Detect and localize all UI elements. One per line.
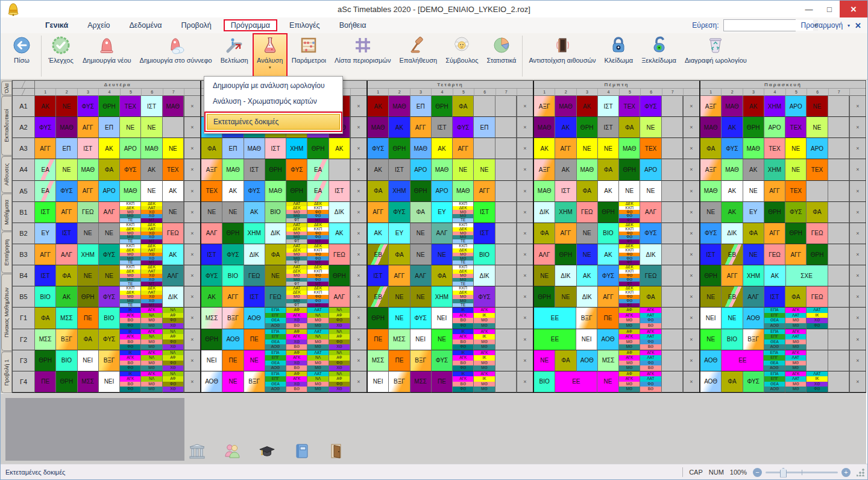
timetable-cell[interactable]: ΑΦΑΓΚΧΘΒΘ bbox=[286, 350, 307, 371]
clear-day-cell[interactable]: × bbox=[517, 329, 533, 350]
timetable-cell[interactable]: ΝΕ bbox=[410, 244, 432, 265]
timetable-cell[interactable]: ΝΕ bbox=[577, 138, 598, 159]
school-building-icon[interactable] bbox=[189, 443, 206, 459]
timetable-cell[interactable]: ΔΕΚΚΚΠΦΘΦΘΦΤ bbox=[619, 265, 640, 286]
timetable-cell[interactable]: ΑΡΟ bbox=[764, 117, 785, 138]
timetable-cell[interactable]: ΔΕΚΚΚΠΦΘΦΘΜΤ bbox=[307, 223, 329, 244]
clear-day-cell[interactable]: × bbox=[350, 371, 366, 393]
timetable-cell[interactable]: ΛΑΤΔΕΚΜΘΜΘΦΤ bbox=[286, 223, 307, 244]
clear-day-cell[interactable]: × bbox=[517, 202, 533, 223]
timetable-cell[interactable]: ΧΗΜ bbox=[743, 265, 764, 286]
timetable-cell[interactable] bbox=[495, 138, 517, 159]
timetable-cell[interactable]: ΒΙΟ bbox=[222, 265, 244, 286]
timetable-cell[interactable]: ΑΚ bbox=[329, 138, 350, 159]
timetable-cell[interactable]: ΚΚΠΔΕΚΜΘΜΘΤΕ bbox=[453, 265, 474, 286]
timetable-cell[interactable]: ΕΠΑΕΠΓΘΕΑΑΟΘ bbox=[764, 350, 785, 371]
timetable-cell[interactable]: ΑΦΑΓΚΜΘΜΘ bbox=[619, 308, 640, 329]
timetable-cell[interactable]: ΤΕΧ bbox=[785, 117, 807, 138]
timetable-cell[interactable]: ΝΕ bbox=[120, 117, 141, 138]
timetable-cell[interactable]: ΦΑ bbox=[453, 96, 474, 117]
timetable-cell[interactable] bbox=[662, 159, 683, 180]
clear-day-cell[interactable]: × bbox=[184, 244, 200, 265]
timetable-cell[interactable]: ΑΦΑΓΚΜΘΜΘ bbox=[619, 350, 640, 371]
timetable-cell[interactable] bbox=[828, 117, 849, 138]
timetable-cell[interactable]: ΝΕ bbox=[785, 159, 807, 180]
menu-tab-4[interactable]: Προβολή bbox=[174, 19, 219, 31]
customize-link[interactable]: Προσαρμογή bbox=[800, 21, 843, 30]
timetable-cell[interactable]: ΙΣΤ bbox=[764, 286, 785, 308]
timetable-cell[interactable]: ΒΙΟ bbox=[56, 350, 77, 371]
timetable-cell[interactable]: ΘΡΗ bbox=[764, 202, 785, 223]
timetable-cell[interactable]: ΝΕ bbox=[474, 159, 495, 180]
timetable-cell[interactable]: ΑΓΚΛΑΤΜΘΜΘ bbox=[785, 350, 807, 371]
clear-day-cell[interactable]: × bbox=[184, 329, 200, 350]
timetable-cell[interactable]: ΑΟΘ bbox=[222, 329, 244, 350]
timetable-cell[interactable]: ΦΥΣ bbox=[432, 350, 453, 371]
timetable-cell[interactable]: ΕΥ bbox=[35, 223, 56, 244]
timetable-cell[interactable]: ΕΠΑΕΠΓΘΕΑΑΟΘ bbox=[265, 329, 286, 350]
timetable-cell[interactable]: ΑΛΓ bbox=[410, 265, 432, 286]
ribbon-button-constraints-list[interactable]: Λίστα περιορισμών bbox=[330, 33, 395, 79]
timetable-cell[interactable]: ΒΞΓ bbox=[222, 308, 244, 329]
timetable-cell[interactable]: ΧΗΜ bbox=[764, 96, 785, 117]
clear-day-cell[interactable]: × bbox=[849, 350, 866, 371]
timetable-cell[interactable]: ΔΕΚΚΚΠΦΘΦΘΜΤ bbox=[307, 286, 329, 308]
timetable-cell[interactable]: ΔΙΚ bbox=[577, 286, 598, 308]
timetable-cell[interactable]: ΚΚΠΔΕΚΜΘΜΘΤΕ bbox=[120, 286, 141, 308]
timetable-cell[interactable]: ΔΙΚ bbox=[265, 223, 286, 244]
timetable-cell[interactable]: ΘΡΗ bbox=[222, 223, 244, 244]
clear-day-cell[interactable]: × bbox=[849, 308, 866, 329]
timetable-cell[interactable]: ΦΑ bbox=[555, 350, 576, 371]
timetable-cell[interactable]: ΔΕΚΚΚΠΦΘΦΘΜΤ bbox=[307, 244, 329, 265]
clear-day-cell[interactable]: × bbox=[849, 371, 866, 393]
timetable-cell[interactable]: ΓΕΩ bbox=[807, 286, 828, 308]
timetable-cell[interactable]: ΑΛΓ bbox=[201, 223, 222, 244]
timetable-cell[interactable]: ΑΚ bbox=[368, 96, 389, 117]
clear-day-cell[interactable]: × bbox=[683, 96, 699, 117]
timetable-cell[interactable] bbox=[828, 138, 849, 159]
timetable-cell[interactable]: ΜΑΘ bbox=[743, 138, 764, 159]
clear-day-cell[interactable]: × bbox=[517, 371, 533, 393]
timetable-cell[interactable]: ΦΥΣ bbox=[640, 96, 661, 117]
timetable-cell[interactable]: ΑΚ bbox=[555, 117, 576, 138]
timetable-cell[interactable]: ΙΚΑΓΚΒΘΦΘ bbox=[120, 371, 141, 393]
timetable-cell[interactable]: ΑΓΓ bbox=[598, 286, 619, 308]
clear-day-cell[interactable]: × bbox=[849, 117, 866, 138]
timetable-cell[interactable]: ΦΑ bbox=[99, 159, 120, 180]
timetable-cell[interactable]: ΘΡΗ bbox=[35, 350, 56, 371]
timetable-cell[interactable]: ΠΕ bbox=[432, 371, 453, 393]
timetable-cell[interactable]: ΑΓΓ bbox=[56, 202, 77, 223]
timetable-cell[interactable] bbox=[828, 286, 849, 308]
timetable-cell[interactable]: ΜΑΘ bbox=[389, 96, 410, 117]
clear-day-cell[interactable]: × bbox=[849, 223, 866, 244]
timetable-cell[interactable]: ΑΚ bbox=[743, 96, 764, 117]
timetable-cell[interactable]: ΑΟΘ bbox=[244, 308, 265, 329]
timetable-cell[interactable]: ΤΕΧ bbox=[764, 138, 785, 159]
side-tab-6[interactable]: Πίνακας Μαθημάτων bbox=[1, 274, 11, 351]
timetable-cell[interactable]: ΑΡΟ bbox=[432, 181, 453, 202]
timetable-cell[interactable]: ΝΕ bbox=[598, 138, 619, 159]
timetable-cell[interactable]: ΑΡΟ bbox=[640, 159, 661, 180]
timetable-cell[interactable] bbox=[495, 329, 517, 350]
timetable-cell[interactable]: ΛΑΤΝΛΜΘΜΘ bbox=[307, 308, 329, 329]
timetable-cell[interactable]: ΤΕΧ bbox=[785, 181, 807, 202]
timetable-cell[interactable] bbox=[828, 265, 849, 286]
clear-day-cell[interactable]: × bbox=[683, 265, 699, 286]
timetable-cell[interactable]: ΕΥ bbox=[389, 223, 410, 244]
timetable-cell[interactable]: ΝΛΑΦΦΘΧΘ bbox=[163, 329, 184, 350]
timetable-cell[interactable]: ΓΕΩ bbox=[807, 223, 828, 244]
timetable-cell[interactable]: ΝΛΑΦΦΘΧΘ bbox=[163, 350, 184, 371]
timetable-cell[interactable]: ΝΕ bbox=[534, 265, 555, 286]
timetable-cell[interactable]: ΙΣΤ bbox=[201, 244, 222, 265]
clear-day-cell[interactable]: × bbox=[517, 117, 533, 138]
side-tab-5[interactable]: Επιτήρηση bbox=[1, 232, 11, 273]
timetable-cell[interactable]: ΑΚ bbox=[722, 202, 743, 223]
clear-day-cell[interactable]: × bbox=[184, 308, 200, 329]
timetable-cell[interactable]: ΔΕΚΚΚΠΦΘΦΘΜΤ bbox=[307, 202, 329, 223]
timetable-cell[interactable] bbox=[662, 138, 683, 159]
timetable-cell[interactable] bbox=[474, 138, 495, 159]
ribbon-button-delete-timetable[interactable]: Διαγραφή ωρολογίου bbox=[681, 33, 751, 79]
timetable-cell[interactable]: ΝΕ bbox=[389, 308, 410, 329]
timetable-cell[interactable]: ΝΕ bbox=[222, 202, 244, 223]
timetable-cell[interactable]: ΜΑΘ bbox=[722, 159, 743, 180]
